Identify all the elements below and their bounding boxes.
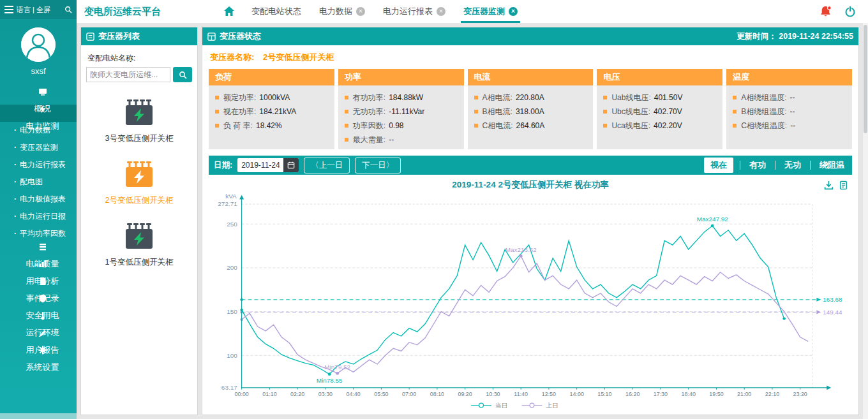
sidebar-item-overview[interactable]: 概况	[0, 87, 77, 105]
notification-bell-icon[interactable]	[819, 5, 832, 18]
metric-value: 184.21kVA	[259, 105, 296, 119]
card-body: 额定功率:1000kVA视在功率:184.21kVA负 荷 率:18.42%	[209, 85, 334, 149]
language-fullscreen-toggle[interactable]: 语言 | 全屏	[17, 5, 50, 15]
svg-text:00:00: 00:00	[234, 391, 248, 397]
transformer-name-line: 变压器名称: 2号变低压侧开关柜	[210, 52, 852, 63]
metric-row: A相绕组温度:--	[733, 91, 846, 105]
tab-power-data[interactable]: 电力数据×	[310, 0, 374, 23]
tab-label: 变压器监测	[463, 6, 505, 17]
transformer-name-label: 变压器名称:	[210, 52, 254, 62]
bullet-icon	[474, 124, 478, 128]
svg-text:当日: 当日	[495, 402, 508, 409]
svg-text:Min78.55: Min78.55	[317, 377, 343, 384]
power-logout-icon[interactable]	[844, 5, 857, 18]
bullet-icon	[215, 124, 219, 128]
page-scrollbar[interactable]	[863, 23, 868, 419]
station-search-button[interactable]	[173, 67, 192, 82]
prev-day-button[interactable]: 〈上一日	[304, 158, 350, 173]
transformer-icon	[124, 161, 154, 192]
report-icon[interactable]	[839, 180, 848, 190]
metric-label: C相绕组温度:	[741, 119, 787, 133]
transformer-status-header: 变压器状态 更新时间： 2019-11-24 22:54:55	[202, 27, 858, 45]
card-temperature: 温度A相绕组温度:--B相绕组温度:--C相绕组温度:--	[726, 69, 852, 149]
bullet-icon: ·	[14, 225, 17, 242]
transformer-status-title: 变压器状态	[220, 31, 261, 42]
close-icon[interactable]: ×	[437, 7, 445, 16]
tab-power-operation-report[interactable]: 电力运行报表×	[374, 0, 454, 23]
chart-toolbar: 日期: 〈上一日 下一日〉 视在有功无功绕阻温	[209, 156, 852, 175]
svg-text:22:10: 22:10	[765, 391, 779, 397]
metric-value: 318.00A	[516, 105, 544, 119]
svg-text:Max247.92: Max247.92	[697, 216, 728, 223]
sidebar-item-power-monitoring[interactable]: 电力监测	[0, 105, 77, 122]
card-title: 负荷	[209, 69, 334, 85]
mode-winding-temp[interactable]: 绕阻温	[817, 158, 847, 173]
svg-text:200: 200	[227, 264, 237, 271]
sidebar-item-user-report[interactable]: 用户报告	[0, 328, 77, 346]
sidebar-item-power-operation-report[interactable]: ·电力运行报表	[0, 156, 77, 173]
next-day-button[interactable]: 下一日〉	[355, 158, 401, 173]
metric-value: 184.88kW	[389, 91, 423, 105]
sidebar-item-label: 电力运行日报	[20, 208, 66, 225]
thermo-icon	[38, 311, 47, 320]
transformer-name-value: 2号变低压侧开关柜	[263, 52, 334, 62]
mode-active[interactable]: 有功	[747, 158, 768, 173]
metric-value: 402.70V	[654, 105, 682, 119]
sidebar-item-transformer-monitoring[interactable]: ·变压器监测	[0, 139, 77, 156]
card-body: 有功功率:184.88kW无功功率:-11.11kVar功率因数:0.98最大需…	[338, 85, 464, 149]
sidebar-item-power-daily-report[interactable]: ·电力运行日报	[0, 208, 77, 225]
line-chart[interactable]: 63.17100150200250272.71kVA163.68149.44Ma…	[209, 192, 852, 412]
sidebar-search-icon[interactable]	[64, 6, 72, 13]
bullet-icon: ·	[14, 156, 17, 173]
tab-transformer-monitoring[interactable]: 变压器监测×	[454, 0, 527, 23]
sidebar-item-safe-electricity[interactable]: 安全用电	[0, 294, 77, 311]
metric-row: C相绕组温度:--	[733, 119, 846, 133]
sidebar-item-power-data[interactable]: ·电力数据	[0, 122, 77, 139]
metric-label: Uca线电压:	[611, 119, 650, 133]
svg-text:250: 250	[227, 221, 237, 228]
transformer-switchgear-2[interactable]: 2号变低压侧开关柜	[105, 161, 174, 206]
sidebar-item-distribution-diagram[interactable]: ·配电图	[0, 173, 77, 191]
sidebar-item-label: 电力极值报表	[20, 191, 66, 208]
sidebar-item-avg-power-factor[interactable]: ·平均功率因数	[0, 225, 77, 242]
sidebar-scrollbar[interactable]	[0, 413, 77, 419]
station-name-label: 变配电站名称:	[87, 53, 192, 64]
date-input[interactable]	[237, 161, 283, 170]
mode-separator	[810, 161, 811, 170]
svg-text:100: 100	[227, 352, 237, 359]
content-area: 变压器列表 变配电站名称: 3号变低压侧开关柜2号变低压侧开关柜1号变低压侧开关…	[77, 23, 868, 419]
calendar-button[interactable]	[283, 158, 299, 172]
sidebar-item-electricity-analysis[interactable]: 用电分析	[0, 260, 77, 277]
close-icon[interactable]: ×	[356, 7, 365, 16]
sidebar-item-power-quality[interactable]: 电能质量	[0, 242, 77, 260]
metric-row: 无功功率:-11.11kVar	[345, 105, 458, 119]
scrollbar-thumb[interactable]	[864, 25, 867, 133]
card-title: 温度	[726, 69, 852, 85]
bullet-icon	[345, 138, 348, 142]
menu-toggle-icon[interactable]	[4, 6, 13, 13]
transformer-switchgear-3[interactable]: 3号变低压侧开关柜	[105, 99, 174, 144]
svg-text:163.68: 163.68	[823, 296, 842, 303]
user-block: sxsf	[0, 19, 77, 81]
svg-text:09:20: 09:20	[458, 391, 472, 397]
mode-reactive[interactable]: 无功	[782, 158, 804, 173]
sidebar-item-system-settings[interactable]: 系统设置	[0, 346, 77, 363]
sidebar-item-event-record[interactable]: 事件记录	[0, 277, 77, 294]
sidebar-item-power-extreme-report[interactable]: ·电力极值报表	[0, 191, 77, 208]
close-icon[interactable]: ×	[509, 7, 518, 16]
sidebar-item-operating-environment[interactable]: 运行环境	[0, 311, 77, 328]
mode-apparent[interactable]: 视在	[704, 158, 733, 173]
metric-label: C相电流:	[483, 119, 513, 133]
svg-text:04:40: 04:40	[346, 391, 360, 397]
tab-label: 变配电站状态	[251, 6, 301, 17]
avatar[interactable]	[21, 27, 56, 62]
svg-text:05:50: 05:50	[374, 391, 388, 397]
download-icon[interactable]	[824, 180, 834, 190]
home-icon[interactable]	[223, 6, 235, 17]
metric-label: 无功功率:	[353, 105, 385, 119]
station-name-input[interactable]	[86, 67, 170, 82]
transformer-switchgear-1[interactable]: 1号变低压侧开关柜	[105, 223, 174, 268]
tab-station-status[interactable]: 变配电站状态	[243, 0, 310, 23]
update-time-label: 更新时间：	[737, 32, 777, 41]
layers-icon	[38, 242, 47, 251]
